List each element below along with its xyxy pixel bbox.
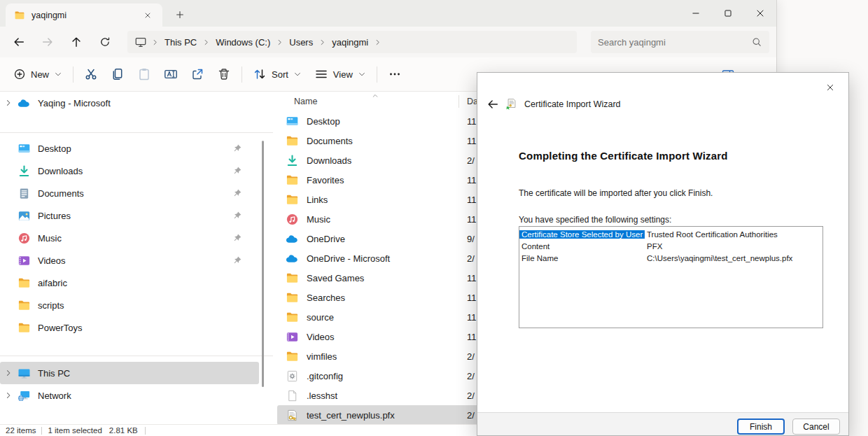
search-box[interactable]: [591, 31, 769, 53]
setting-key: File Name: [519, 254, 645, 262]
new-button[interactable]: New: [7, 62, 69, 86]
share-button[interactable]: [184, 62, 211, 86]
file-date-modified: 11: [467, 293, 477, 303]
breadcrumb-item[interactable]: Users: [284, 37, 326, 48]
close-icon: [144, 11, 152, 20]
chevron-right-icon: [276, 38, 284, 46]
search-input[interactable]: [598, 37, 751, 48]
chevron-right-icon[interactable]: [1, 369, 15, 377]
column-header-name[interactable]: Name: [294, 97, 317, 106]
sidebar-item-label: Network: [38, 391, 71, 401]
breadcrumb-label: Users: [284, 37, 318, 48]
sort-icon: [253, 67, 267, 81]
view-label: View: [333, 69, 353, 80]
tab-close-button[interactable]: [140, 8, 155, 23]
maximize-icon: [722, 7, 734, 20]
pin-icon: [232, 143, 242, 153]
delete-button[interactable]: [211, 62, 237, 86]
finish-button[interactable]: Finish: [737, 419, 785, 435]
sidebar-item[interactable]: Pictures: [0, 204, 259, 227]
forward-button[interactable]: [36, 30, 59, 54]
cancel-button[interactable]: Cancel: [792, 419, 840, 435]
setting-key: Certificate Store Selected by User: [519, 230, 645, 239]
file-name: Desktop: [307, 116, 340, 127]
paste-button[interactable]: [131, 62, 158, 86]
setting-value: Trusted Root Certification Authorities: [645, 230, 778, 239]
downloads-icon: [286, 154, 299, 167]
sidebar-scrollbar[interactable]: [262, 141, 264, 387]
file-name: OneDrive - Microsoft: [307, 253, 390, 264]
tab-yaqingmi[interactable]: yaqingmi: [6, 3, 162, 27]
view-button[interactable]: View: [308, 62, 372, 86]
file-date-modified: 2/: [467, 253, 475, 264]
ellipsis-icon: [388, 67, 402, 81]
settings-table[interactable]: Certificate Store Selected by User Trust…: [519, 226, 823, 328]
file-date-modified: 11: [467, 175, 477, 185]
sort-button[interactable]: Sort: [246, 62, 308, 86]
back-arrow-icon[interactable]: [486, 98, 499, 111]
toolbar-divider: [377, 66, 377, 83]
settings-row[interactable]: File Name C:\Users\yaqingmi\test_cert_ne…: [519, 252, 822, 264]
copy-button[interactable]: [104, 62, 131, 86]
settings-row[interactable]: Certificate Store Selected by User Trust…: [519, 228, 822, 240]
sidebar-item-label: Pictures: [38, 211, 71, 221]
pin-icon: [232, 166, 242, 176]
column-divider[interactable]: [458, 95, 459, 108]
folder-icon: [14, 10, 25, 21]
documents-icon: [18, 187, 31, 200]
more-options-button[interactable]: [382, 62, 408, 86]
sidebar-item[interactable]: aifabric: [0, 272, 259, 294]
sidebar-item[interactable]: Documents: [0, 182, 259, 204]
toolbar-divider: [73, 66, 74, 83]
dialog-body-text: The certificate will be imported after y…: [519, 188, 713, 198]
file-date-modified: 11: [467, 136, 477, 146]
sidebar-item[interactable]: Downloads: [0, 160, 259, 182]
view-icon: [314, 67, 328, 81]
sidebar-item[interactable]: This PC: [0, 362, 259, 384]
rename-button[interactable]: [158, 62, 184, 86]
file-date-modified: 11: [467, 214, 477, 225]
file-date-modified: 9/: [467, 234, 475, 244]
chevron-right-icon[interactable]: [1, 99, 15, 107]
cut-button[interactable]: [78, 62, 104, 86]
sidebar-item[interactable]: Desktop: [0, 137, 259, 160]
sidebar-item[interactable]: Music: [0, 227, 259, 249]
dialog-close-button[interactable]: [820, 78, 839, 97]
certificate-import-wizard-dialog: Certificate Import Wizard Completing the…: [477, 72, 849, 436]
toolbar-divider: [241, 66, 242, 83]
sidebar-item[interactable]: PowerToys: [0, 316, 259, 339]
chevron-right-icon[interactable]: [1, 391, 15, 400]
breadcrumb-item[interactable]: This PC: [159, 37, 210, 48]
sidebar-item[interactable]: Network: [0, 384, 259, 407]
maximize-button[interactable]: [712, 0, 744, 27]
up-button[interactable]: [64, 30, 88, 54]
refresh-button[interactable]: [93, 30, 117, 54]
file-date-modified: 11: [467, 332, 477, 342]
desktop-icon: [18, 142, 31, 155]
address-bar: This PC Windows (C:) Users yaqingmi: [0, 27, 776, 57]
item-count: 22 items: [0, 426, 41, 435]
close-button[interactable]: [744, 0, 776, 27]
pin-icon: [232, 255, 242, 265]
file-name: Saved Games: [307, 273, 364, 283]
new-tab-button[interactable]: [171, 6, 189, 24]
settings-row[interactable]: Content PFX: [519, 240, 822, 252]
back-button[interactable]: [7, 30, 31, 54]
file-name: Searches: [307, 293, 345, 303]
forward-arrow-icon: [41, 36, 54, 48]
pin-icon: [232, 211, 242, 220]
chevron-right-icon: [151, 38, 159, 46]
breadcrumb-item[interactable]: yaqingmi: [326, 37, 382, 48]
sidebar-divider: [0, 356, 273, 356]
breadcrumb[interactable]: This PC Windows (C:) Users yaqingmi: [127, 31, 577, 53]
sidebar-item-account[interactable]: Yaqing - Microsoft: [0, 92, 259, 114]
sidebar-item-label: This PC: [38, 368, 70, 379]
sidebar-pinned-list: Desktop Downloads Documents: [0, 137, 273, 339]
sidebar-item[interactable]: scripts: [0, 294, 259, 316]
breadcrumb-item[interactable]: Windows (C:): [210, 37, 284, 48]
sort-ascending-icon: [371, 92, 379, 99]
rename-icon: [164, 67, 178, 81]
minimize-button[interactable]: [680, 0, 712, 27]
sidebar-item[interactable]: Videos: [0, 249, 259, 272]
minimize-icon: [690, 7, 702, 20]
